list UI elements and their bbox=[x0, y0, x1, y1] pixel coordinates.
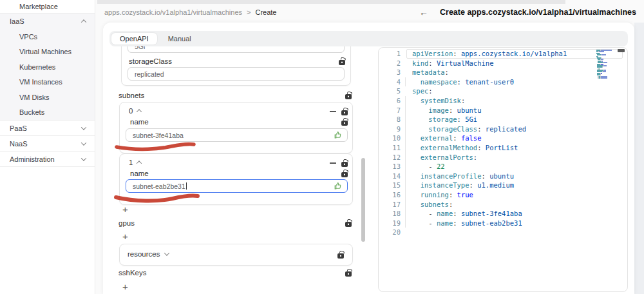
storage-class-input[interactable]: replicated bbox=[128, 67, 345, 81]
lock-icon[interactable] bbox=[345, 268, 352, 277]
tab-manual[interactable]: Manual bbox=[160, 33, 200, 44]
sidebar-item-label: VM Instances bbox=[19, 78, 62, 86]
resources-label: resources bbox=[128, 250, 160, 258]
editor-line-7[interactable]: 7 image: ubuntu bbox=[379, 106, 627, 115]
editor-line-20[interactable]: 20 bbox=[379, 228, 627, 237]
sidebar-group-label: NaaS bbox=[10, 140, 82, 148]
sidebar-item-vm-instances[interactable]: VM Instances bbox=[0, 75, 95, 90]
top-strip bbox=[97, 0, 565, 4]
sidebar-group-naas[interactable]: NaaS bbox=[0, 136, 95, 152]
lock-icon[interactable] bbox=[341, 117, 348, 126]
subnets-label: subnets bbox=[118, 92, 144, 99]
editor-line-15[interactable]: 15 instanceType: u1.medium bbox=[379, 181, 627, 190]
subnet-0-name-label: name bbox=[130, 118, 149, 126]
minus-icon[interactable] bbox=[330, 111, 336, 112]
sidebar-group-label: IaaS bbox=[10, 17, 82, 25]
chevron-down-icon bbox=[81, 124, 86, 130]
sidebar-group-administration[interactable]: Administration bbox=[0, 152, 95, 167]
yaml-editor[interactable]: 1apiVersion: apps.cozystack.io/v1alpha12… bbox=[378, 47, 628, 292]
storage-class-label: storageClass bbox=[129, 57, 172, 65]
lock-icon[interactable] bbox=[339, 57, 345, 65]
sidebar-item-virtual-machines[interactable]: Virtual Machines bbox=[0, 44, 95, 60]
subnet-1-name-value: subnet-eab2be31 bbox=[133, 182, 185, 190]
chevron-down-icon bbox=[81, 155, 86, 161]
chevron-down-icon bbox=[164, 250, 169, 255]
drawer-header: ← Create apps.cozystack.io/v1alpha1/virt… bbox=[419, 7, 636, 17]
subnet-1-name-input[interactable]: subnet-eab2be31 bbox=[126, 179, 348, 193]
editor-line-12[interactable]: 12 externalPorts: bbox=[379, 153, 627, 162]
lock-icon[interactable] bbox=[345, 219, 352, 227]
sshkeys-label: sshKeys bbox=[118, 269, 146, 277]
subnet-item-0-card bbox=[119, 102, 353, 153]
editor-line-9[interactable]: 9 storageClass: replicated bbox=[379, 124, 627, 134]
lock-icon[interactable] bbox=[337, 250, 344, 259]
editor-line-18[interactable]: 18 - name: subnet-3fe41aba bbox=[379, 209, 627, 219]
breadcrumb-path[interactable]: apps.cozystack.io/v1alpha1/virtualmachin… bbox=[104, 8, 242, 16]
thumbs-up-icon[interactable] bbox=[334, 182, 342, 190]
sidebar-item-label: VPCs bbox=[19, 33, 37, 41]
editor-line-6[interactable]: 6 systemDisk: bbox=[379, 96, 627, 106]
resources-toggle[interactable]: resources bbox=[128, 250, 169, 258]
editor-line-5[interactable]: 5spec: bbox=[379, 86, 627, 96]
tab-bar: OpenAPI Manual bbox=[109, 31, 628, 46]
tab-openapi[interactable]: OpenAPI bbox=[111, 33, 157, 44]
editor-line-2[interactable]: 2kind: VirtualMachine bbox=[379, 59, 627, 68]
thumbs-up-icon[interactable] bbox=[334, 131, 342, 139]
sidebar-group-iaas-header[interactable]: IaaS bbox=[0, 14, 95, 29]
sidebar-group-label: Administration bbox=[10, 155, 82, 163]
sidebar-group-label: PaaS bbox=[10, 124, 82, 132]
editor-line-10[interactable]: 10 external: false bbox=[379, 133, 627, 143]
sidebar-item-kubernetes[interactable]: Kubernetes bbox=[0, 59, 95, 75]
storage-class-value: replicated bbox=[135, 70, 164, 78]
subnet-1-name-label: name bbox=[130, 170, 149, 177]
overview-ruler-marker bbox=[618, 49, 625, 52]
editor-line-14[interactable]: 14 instanceProfile: ubuntu bbox=[379, 172, 627, 181]
editor-line-3[interactable]: 3metadata: bbox=[379, 68, 627, 77]
form-scrollbar[interactable] bbox=[361, 158, 365, 242]
editor-line-19[interactable]: 19 - name: subnet-eab2be31 bbox=[379, 219, 627, 228]
minus-icon[interactable] bbox=[330, 162, 336, 164]
sidebar-item-marketplace[interactable]: Marketplace bbox=[0, 0, 95, 14]
page: Marketplace IaaS VPCs Virtual Machines K… bbox=[0, 0, 644, 294]
chevron-up-icon bbox=[137, 109, 142, 114]
editor-line-17[interactable]: 17 subnets: bbox=[379, 200, 627, 210]
subnet-item-1-header[interactable]: 1 bbox=[129, 159, 141, 166]
subnet-item-index: 1 bbox=[129, 159, 133, 166]
page-title: Create apps.cozystack.io/v1alpha1/virtua… bbox=[440, 8, 636, 17]
editor-line-4[interactable]: 4 namespace: tenant-user0 bbox=[379, 77, 627, 87]
storage-value: 5Gi bbox=[135, 46, 145, 50]
sidebar-item-vpcs[interactable]: VPCs bbox=[0, 29, 95, 44]
editor-line-13[interactable]: 13 - 22 bbox=[379, 162, 627, 172]
sidebar-item-label: Marketplace bbox=[19, 3, 86, 10]
editor-minimap[interactable] bbox=[596, 50, 616, 81]
page-background-strip bbox=[634, 23, 644, 294]
chevron-up-icon bbox=[137, 161, 142, 166]
sidebar-group-iaas: IaaS VPCs Virtual Machines Kubernetes VM… bbox=[0, 14, 95, 121]
subnet-0-name-input[interactable]: subnet-3fe41aba bbox=[126, 128, 348, 142]
sidebar-item-vm-disks[interactable]: VM Disks bbox=[0, 90, 95, 105]
editor-line-11[interactable]: 11 externalMethod: PortList bbox=[379, 143, 627, 153]
gpus-label: gpus bbox=[118, 219, 135, 227]
add-subnet-button[interactable]: + bbox=[122, 205, 128, 214]
lock-icon[interactable] bbox=[341, 169, 348, 177]
subnet-item-0-header[interactable]: 0 bbox=[129, 107, 141, 115]
create-drawer: OpenAPI Manual 5Gi storageClass replicat… bbox=[103, 23, 634, 294]
lock-icon[interactable] bbox=[341, 107, 348, 115]
sidebar-group-paas[interactable]: PaaS bbox=[0, 121, 95, 136]
sidebar-item-label: Buckets bbox=[19, 108, 44, 116]
editor-line-16[interactable]: 16 running: true bbox=[379, 190, 627, 200]
sidebar-item-buckets[interactable]: Buckets bbox=[0, 105, 95, 121]
sidebar-item-label: VM Disks bbox=[19, 93, 49, 101]
lock-icon[interactable] bbox=[341, 159, 348, 167]
editor-code: 1apiVersion: apps.cozystack.io/v1alpha12… bbox=[379, 49, 627, 237]
add-sshkey-button[interactable]: + bbox=[122, 282, 128, 291]
back-arrow-icon[interactable]: ← bbox=[419, 7, 428, 17]
chevron-up-icon bbox=[81, 19, 86, 24]
editor-line-8[interactable]: 8 storage: 5Gi bbox=[379, 115, 627, 124]
storage-input[interactable]: 5Gi bbox=[128, 46, 345, 53]
form-panel: 5Gi storageClass replicated subnets 0 na… bbox=[115, 46, 354, 294]
lock-icon[interactable] bbox=[345, 91, 352, 99]
add-gpu-button[interactable]: + bbox=[122, 232, 128, 241]
editor-line-1[interactable]: 1apiVersion: apps.cozystack.io/v1alpha1 bbox=[379, 49, 627, 59]
breadcrumb: apps.cozystack.io/v1alpha1/virtualmachin… bbox=[104, 8, 276, 16]
